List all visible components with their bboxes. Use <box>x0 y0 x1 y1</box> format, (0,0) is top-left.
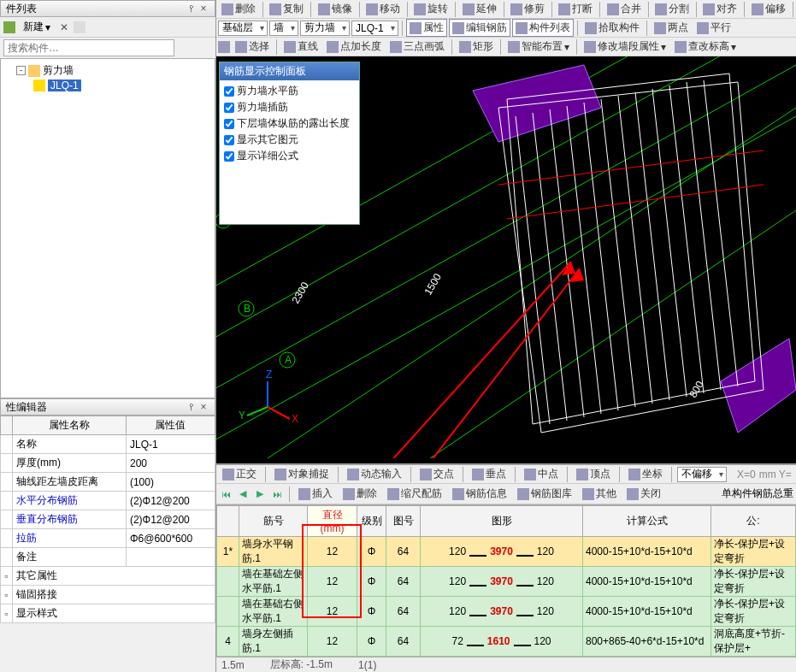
rebar-name[interactable]: 墙在基础右侧水平筋.1 <box>239 597 308 627</box>
draw-直线[interactable]: 直线 <box>280 38 321 56</box>
draw-修改墙段属性[interactable]: 修改墙段属性▾ <box>581 38 669 56</box>
table-row[interactable]: 1* 墙身水平钢筋.1 12 Φ 64 1203970120 4000-15+1… <box>217 537 796 567</box>
grid-插入[interactable]: 插入 <box>295 485 336 503</box>
snap-中点[interactable]: 中点 <box>521 465 562 483</box>
grid-其他[interactable]: 其他 <box>579 485 620 503</box>
dropdown-基础层[interactable]: 基础层 <box>218 21 268 36</box>
search-input[interactable] <box>3 39 174 56</box>
prop-value[interactable]: (2)Φ12@200 <box>126 492 215 510</box>
rebar-option[interactable]: 剪力墙水平筋 <box>224 83 355 99</box>
rebar-option[interactable]: 剪力墙插筋 <box>224 99 355 115</box>
tool-延伸[interactable]: 延伸 <box>459 0 500 18</box>
prop-value[interactable] <box>126 548 215 567</box>
prop-value[interactable]: JLQ-1 <box>126 435 215 454</box>
prop-group[interactable]: 其它属性 <box>13 567 215 586</box>
draw-查改标高[interactable]: 查改标高▾ <box>671 38 740 56</box>
offset-dropdown[interactable]: 不偏移 <box>677 467 727 482</box>
snap-垂点[interactable]: 垂点 <box>469 465 510 483</box>
viewport-3d[interactable]: A B C 2300 1500 800 Z X Y <box>216 56 796 463</box>
snap-顶点[interactable]: 顶点 <box>573 465 614 483</box>
grid-缩尺配筋[interactable]: 缩尺配筋 <box>384 485 445 503</box>
delete-icon[interactable]: ✕ <box>58 21 70 33</box>
grid-钢筋信息[interactable]: 钢筋信息 <box>449 485 510 503</box>
snap-交点[interactable]: 交点 <box>416 465 457 483</box>
snap-坐标[interactable]: 坐标 <box>625 465 666 483</box>
table-row[interactable]: 墙在基础左侧水平筋.1 12 Φ 64 1203970120 4000-15+1… <box>217 567 796 597</box>
nav-btn[interactable]: ▶ <box>253 487 267 501</box>
draw-智能布置[interactable]: 智能布置▾ <box>504 38 573 56</box>
col-header[interactable]: 公: <box>711 506 796 537</box>
rebar-display-panel[interactable]: 钢筋显示控制面板 剪力墙水平筋剪力墙插筋下层墙体纵筋的露出长度显示其它图元显示详… <box>219 62 360 225</box>
cursor-icon[interactable] <box>218 41 230 53</box>
close-icon[interactable]: × <box>198 3 209 15</box>
expand-icon[interactable]: ▫ <box>1 586 13 604</box>
snap-动态输入[interactable]: 动态输入 <box>344 465 405 483</box>
prop-name[interactable]: 垂直分布钢筋 <box>13 510 127 529</box>
prop-group[interactable]: 锚固搭接 <box>13 586 215 604</box>
tool-镜像[interactable]: 镜像 <box>315 0 356 18</box>
tool-偏移[interactable]: 偏移 <box>748 0 789 18</box>
dropdown-JLQ-1[interactable]: JLQ-1 <box>351 21 398 36</box>
prop-name[interactable]: 轴线距左墙皮距离 <box>13 473 127 492</box>
col-header[interactable] <box>217 506 239 537</box>
rebar-table[interactable]: 筋号直径(mm)级别图号图形计算公式公: 1* 墙身水平钢筋.1 12 Φ 64… <box>216 505 796 657</box>
grid-钢筋图库[interactable]: 钢筋图库 <box>514 485 575 503</box>
checkbox[interactable] <box>224 119 234 129</box>
rebar-name[interactable]: 墙在基础左侧水平筋.1 <box>239 567 308 597</box>
copy-icon[interactable] <box>74 21 85 33</box>
checkbox[interactable] <box>224 135 234 145</box>
pin-icon[interactable]: ⫯ <box>186 401 198 413</box>
tool-旋转[interactable]: 旋转 <box>410 0 451 18</box>
btn-平行[interactable]: 平行 <box>693 19 734 37</box>
component-tree[interactable]: - 剪力墙 JLQ-1 <box>0 58 215 398</box>
draw-矩形[interactable]: 矩形 <box>456 38 497 56</box>
checkbox[interactable] <box>224 86 234 97</box>
expand-icon[interactable]: ▫ <box>1 604 13 623</box>
draw-三点画弧[interactable]: 三点画弧 <box>386 38 448 56</box>
snap-正交[interactable]: 正交 <box>219 465 260 483</box>
rebar-option[interactable]: 显示其它图元 <box>224 132 355 148</box>
btn-编辑钢筋[interactable]: 编辑钢筋 <box>449 19 510 37</box>
prop-name[interactable]: 水平分布钢筋 <box>13 492 127 510</box>
prop-value[interactable]: 200 <box>126 454 215 473</box>
prop-value[interactable]: Φ6@600*600 <box>126 529 215 548</box>
prop-group[interactable]: 显示样式 <box>13 604 215 623</box>
col-header[interactable]: 级别 <box>357 506 386 537</box>
btn-拾取构件[interactable]: 拾取构件 <box>581 19 643 37</box>
rebar-option[interactable]: 下层墙体纵筋的露出长度 <box>224 115 355 132</box>
close-icon[interactable]: × <box>198 401 209 413</box>
grid-关闭[interactable]: 关闭 <box>623 485 664 503</box>
btn-两点[interactable]: 两点 <box>651 19 692 37</box>
new-button[interactable]: 新建 ▾ <box>19 18 55 36</box>
col-header[interactable]: 筋号 <box>239 506 308 537</box>
expand-icon[interactable]: ▫ <box>1 567 13 586</box>
nav-btn[interactable]: ◀ <box>236 487 250 501</box>
tool-删除[interactable]: 删除 <box>218 0 259 18</box>
nav-btn[interactable]: ⏭ <box>270 487 284 501</box>
tool-打断[interactable]: 打断 <box>555 0 596 18</box>
prop-name[interactable]: 拉筋 <box>13 529 127 548</box>
col-header[interactable]: 图号 <box>386 506 421 537</box>
prop-value[interactable]: (100) <box>126 473 215 492</box>
col-header[interactable]: 计算公式 <box>583 506 711 537</box>
grid-删除[interactable]: 删除 <box>339 485 380 503</box>
tree-node-shearwall[interactable]: - 剪力墙 <box>4 62 211 79</box>
pin-icon[interactable]: ⫯ <box>186 3 198 15</box>
btn-属性[interactable]: 属性 <box>406 19 447 37</box>
btn-构件列表[interactable]: 构件列表 <box>512 19 574 37</box>
tool-分割[interactable]: 分割 <box>652 0 693 18</box>
property-table[interactable]: 属性名称属性值 名称JLQ-1厚度(mm)200轴线距左墙皮距离(100)水平分… <box>0 416 215 623</box>
dropdown-墙[interactable]: 墙 <box>269 21 298 36</box>
prop-name[interactable]: 备注 <box>13 548 127 567</box>
table-row[interactable]: 墙在基础右侧水平筋.1 12 Φ 64 1203970120 4000-15+1… <box>217 597 796 627</box>
rebar-name[interactable]: 墙身左侧插筋.1 <box>239 627 308 657</box>
tree-node-jlq1[interactable]: JLQ-1 <box>4 79 211 92</box>
draw-选择[interactable]: 选择 <box>232 38 273 56</box>
tool-修剪[interactable]: 修剪 <box>507 0 548 18</box>
col-header[interactable]: 直径(mm) <box>308 506 357 537</box>
prop-name[interactable]: 厚度(mm) <box>13 454 127 473</box>
rebar-name[interactable]: 墙身水平钢筋.1 <box>239 537 308 567</box>
prop-value[interactable]: (2)Φ12@200 <box>126 510 215 529</box>
prop-name[interactable]: 名称 <box>13 435 127 454</box>
tool-合并[interactable]: 合并 <box>604 0 645 18</box>
